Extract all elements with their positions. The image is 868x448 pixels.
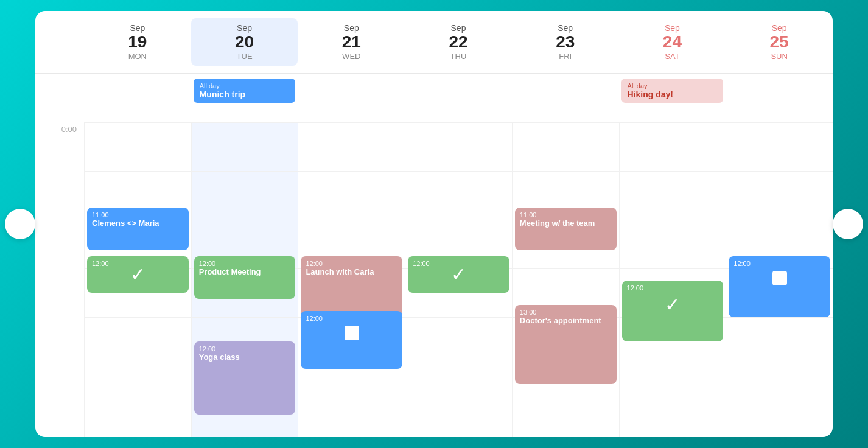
weekday-label: SAT <box>621 52 724 61</box>
hour-line-4 <box>192 317 298 318</box>
allday-event-hiking-day![interactable]: All dayHiking day! <box>621 79 724 103</box>
allday-cell-7 <box>726 76 833 119</box>
hour-line-3 <box>620 268 726 269</box>
day-column-5: 11:00Meeting w/ the team13:00Doctor's ap… <box>512 122 619 437</box>
hour-line-2 <box>192 220 298 220</box>
day-number: 24 <box>621 33 724 52</box>
calendar-wrapper: Sep 19 MON Sep 20 TUE Sep 21 WED Sep 22 … <box>20 11 848 437</box>
hour-line-5 <box>85 366 191 366</box>
day-column-1: 12:00✓11:00Clemens <> Maria <box>84 122 191 437</box>
month-label: Sep <box>86 23 189 33</box>
month-label: Sep <box>300 23 402 33</box>
hour-line-4 <box>85 317 191 318</box>
hour-line-0 <box>85 122 191 123</box>
hour-line-4 <box>405 317 512 318</box>
time-label-0: 0:00 <box>35 122 84 171</box>
month-label: Sep <box>621 23 724 33</box>
hour-line-2 <box>620 220 726 220</box>
event-meeting-w/-the-team-day5[interactable]: 11:00Meeting w/ the team <box>515 208 617 250</box>
allday-label <box>35 76 84 119</box>
hour-line-3 <box>513 268 619 269</box>
allday-row: All dayMunich tripAll dayHiking day! <box>35 74 833 122</box>
event-doctor's-appointment-day5[interactable]: 13:00Doctor's appointment <box>515 305 617 384</box>
hour-line-1 <box>620 171 726 172</box>
header-day-6: Sep 24 SAT <box>619 18 726 66</box>
allday-event-munich-trip[interactable]: All dayMunich trip <box>194 79 296 103</box>
hour-line-6 <box>726 415 833 415</box>
weekday-label: WED <box>300 52 402 61</box>
event-clemens-<>-maria-day1[interactable]: 11:00Clemens <> Maria <box>87 208 189 250</box>
header-day-3: Sep 21 WED <box>298 18 405 66</box>
hour-line-2 <box>726 220 833 220</box>
hour-line-1 <box>85 171 191 172</box>
calendar-header: Sep 19 MON Sep 20 TUE Sep 21 WED Sep 22 … <box>35 11 833 74</box>
time-label-6 <box>35 415 84 437</box>
allday-cell-3 <box>298 76 405 119</box>
day-number: 20 <box>194 33 296 52</box>
hour-line-0 <box>298 122 405 123</box>
calendar-container: Sep 19 MON Sep 20 TUE Sep 21 WED Sep 22 … <box>35 11 833 437</box>
day-number: 22 <box>407 33 509 52</box>
hour-line-6 <box>85 415 191 415</box>
time-grid: 0:007:0012:0013:0014:0012:00✓11:00Clemen… <box>35 122 833 437</box>
next-button[interactable] <box>833 209 863 239</box>
square-icon <box>772 271 787 285</box>
hour-line-1 <box>192 171 298 172</box>
day-number: 25 <box>728 33 830 52</box>
header-empty <box>35 18 84 66</box>
day-number: 19 <box>86 33 189 52</box>
event-checkmark-day4[interactable]: 12:00✓ <box>408 256 509 293</box>
header-day-2: Sep 20 TUE <box>191 18 298 66</box>
hour-line-1 <box>405 171 512 172</box>
hour-line-6 <box>620 415 726 415</box>
hour-line-4 <box>726 317 833 318</box>
event-product-meeting-day2[interactable]: 12:00Product Meeting <box>194 256 296 299</box>
hour-line-0 <box>405 122 512 123</box>
time-label-2 <box>35 220 84 268</box>
event-checkmark-day1[interactable]: 12:00✓ <box>87 256 189 293</box>
weekday-label: THU <box>407 52 509 61</box>
day-column-2: 12:00Product Meeting12:00Yoga class <box>191 122 298 437</box>
checkmark-icon: ✓ <box>627 292 719 318</box>
time-label-5 <box>35 366 84 415</box>
time-label-1 <box>35 171 84 220</box>
hour-line-6 <box>298 415 405 415</box>
event-checkmark-day6[interactable]: 12:00✓ <box>622 281 724 341</box>
checkmark-icon: ✓ <box>92 267 184 282</box>
event-checkmark-day3[interactable]: 12:00 <box>301 311 402 369</box>
day-number: 23 <box>514 33 617 52</box>
time-label-4 <box>35 317 84 366</box>
allday-cell-6: All dayHiking day! <box>619 76 726 119</box>
hour-line-6 <box>192 415 298 415</box>
allday-cell-5 <box>512 76 619 119</box>
hour-line-1 <box>726 171 833 172</box>
hour-line-6 <box>513 415 619 415</box>
hour-line-5 <box>726 366 833 366</box>
allday-cell-4 <box>405 76 512 119</box>
time-label-3 <box>35 268 84 317</box>
weekday-label: TUE <box>194 52 296 61</box>
day-column-6: 12:00✓ <box>619 122 726 437</box>
allday-cell-1 <box>84 76 191 119</box>
header-day-5: Sep 23 FRI <box>512 18 619 66</box>
day-column-3: 12:00Launch with Carla12:00 <box>298 122 405 437</box>
hour-line-5 <box>405 366 512 366</box>
hour-line-0 <box>192 122 298 123</box>
weekday-label: SUN <box>728 52 830 61</box>
square-icon <box>345 326 359 340</box>
hour-line-0 <box>513 122 619 123</box>
prev-button[interactable] <box>5 209 35 239</box>
hour-line-2 <box>298 220 405 220</box>
hour-line-0 <box>726 122 833 123</box>
day-column-7: 12:00 <box>726 122 833 437</box>
hour-line-5 <box>620 366 726 366</box>
month-label: Sep <box>728 23 830 33</box>
event-yoga-class-day2[interactable]: 12:00Yoga class <box>194 341 296 415</box>
header-day-4: Sep 22 THU <box>405 18 512 66</box>
hour-line-6 <box>405 415 512 415</box>
event-checkmark-day7[interactable]: 12:00 <box>729 256 830 317</box>
hour-line-0 <box>620 122 726 123</box>
month-label: Sep <box>407 23 509 33</box>
hour-line-1 <box>513 171 619 172</box>
month-label: Sep <box>194 23 296 33</box>
